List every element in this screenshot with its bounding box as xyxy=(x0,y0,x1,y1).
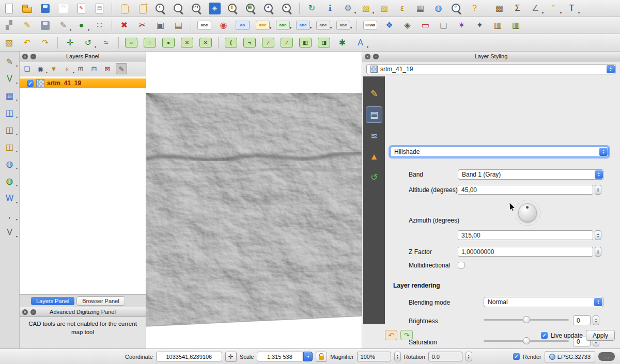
multidirectional-checkbox[interactable] xyxy=(458,262,464,268)
brightness-stepper[interactable] xyxy=(593,315,599,325)
histogram-icon[interactable]: ≋ xyxy=(366,128,382,144)
label-move-icon[interactable]: abc▾ xyxy=(276,21,290,30)
history-icon[interactable]: ↺ xyxy=(366,169,382,185)
filter-by-expression-icon[interactable]: ε▾ xyxy=(62,64,72,74)
layer-labeling-icon[interactable]: abc xyxy=(197,21,211,30)
map-tips-icon[interactable]: “▾ xyxy=(548,3,560,14)
scale-field[interactable]: 1:315 538 xyxy=(257,352,302,361)
vertex-tool-icon[interactable]: ∷ xyxy=(94,20,105,31)
layer-name[interactable]: srtm_41_19 xyxy=(47,80,81,87)
geometry-checker-icon[interactable]: ◈ xyxy=(401,20,413,31)
azimuth-stepper[interactable] xyxy=(595,230,601,240)
scale-lock-button[interactable] xyxy=(316,352,327,362)
map-canvas[interactable] xyxy=(146,52,362,349)
cut-features-icon[interactable]: ✂ xyxy=(136,20,148,31)
brightness-slider[interactable] xyxy=(484,316,569,323)
delete-ring-icon[interactable]: ✕ xyxy=(181,38,193,48)
style-undo-button[interactable]: ↶ xyxy=(385,330,397,340)
statistical-summary-icon[interactable]: Σ xyxy=(512,3,523,14)
renderer-type-combo[interactable]: Hillshade xyxy=(390,147,609,157)
zoom-in-icon[interactable]: + xyxy=(154,3,166,14)
trace-tool-icon[interactable]: ✱ xyxy=(336,37,348,49)
zoom-to-layer-icon[interactable]: ▤ xyxy=(245,3,257,14)
save-project-as-icon[interactable]: ✎ xyxy=(57,3,69,14)
add-wfs-layer-icon[interactable]: W▾ xyxy=(4,192,16,204)
tab-browser-panel[interactable]: Browser Panel xyxy=(76,296,125,306)
new-print-composer-icon[interactable]: ✎ xyxy=(75,3,87,14)
add-vector-layer-icon[interactable]: V▾ xyxy=(4,73,16,85)
save-layer-edits-icon[interactable] xyxy=(39,20,51,31)
messages-button[interactable]: … xyxy=(598,352,615,361)
select-features-icon[interactable]: ▧▾ xyxy=(360,3,372,14)
paste-features-icon[interactable]: ▤ xyxy=(173,20,184,31)
zoom-out-icon[interactable]: − xyxy=(173,3,184,14)
composer-manager-icon[interactable]: ▤ xyxy=(94,3,105,14)
rotate-feature-icon[interactable]: ↺▾ xyxy=(82,37,94,49)
whats-this-icon[interactable]: ? xyxy=(469,3,481,14)
csw-search-icon[interactable]: CSW xyxy=(363,21,377,30)
open-attribute-table-icon[interactable]: ▦ xyxy=(414,3,426,14)
label-color-icon[interactable]: ◉ xyxy=(218,20,229,31)
rotation-stepper[interactable] xyxy=(466,352,472,361)
float-panel-icon[interactable] xyxy=(373,54,379,59)
altitude-spinbox[interactable]: 45,00 xyxy=(458,185,593,195)
add-wms-layer-icon[interactable]: ◍▾ xyxy=(4,158,16,170)
extent-rectangle-icon[interactable]: ▭ xyxy=(420,20,431,31)
add-feature-icon[interactable]: ●▾ xyxy=(75,20,87,31)
zoom-to-selection-icon[interactable]: ▮ xyxy=(227,3,239,14)
add-raster-layer-icon[interactable]: ▦▾ xyxy=(4,90,16,102)
run-feature-action-icon[interactable]: ⚙▾ xyxy=(342,3,354,14)
delete-selected-icon[interactable]: ✖ xyxy=(118,20,130,31)
save-project-icon[interactable] xyxy=(39,3,51,14)
mouse-tracking-button[interactable]: ✛ xyxy=(225,352,237,362)
advanced-digitizing-menu-icon[interactable]: A▾ xyxy=(354,37,366,49)
current-edits-icon[interactable]: ▞ xyxy=(3,20,15,31)
magnifier-field[interactable]: 100% xyxy=(357,352,391,361)
web-menu-icon[interactable]: ◍ xyxy=(432,3,444,14)
deselect-features-icon[interactable]: ▨ xyxy=(378,3,390,14)
float-panel-icon[interactable] xyxy=(30,309,36,315)
collapse-all-icon[interactable]: ⊟ xyxy=(89,64,99,74)
zfactor-spinbox[interactable]: 1,00000000 xyxy=(458,247,593,257)
create-new-layer-icon[interactable]: ✎▾ xyxy=(4,56,16,68)
crs-button[interactable]: EPSG:32733 xyxy=(545,351,595,362)
open-project-icon[interactable] xyxy=(21,3,33,14)
copy-features-icon[interactable]: ▣ xyxy=(154,20,166,31)
field-calculator-icon[interactable]: ▩ xyxy=(493,3,505,14)
open-styling-dock-icon[interactable]: ❏ xyxy=(22,64,32,74)
styling-layer-selector[interactable]: srtm_41_19 xyxy=(366,64,616,74)
text-annotation-icon[interactable]: T▾ xyxy=(566,3,578,14)
layer-row[interactable]: srtm_41_19 xyxy=(20,78,146,88)
filter-legend-icon[interactable]: ▼ xyxy=(49,64,59,74)
zoom-last-icon[interactable]: ◂ xyxy=(263,3,275,14)
manage-map-themes-icon[interactable]: ◉▾ xyxy=(35,64,45,74)
transparency-icon[interactable]: ▤ xyxy=(366,106,382,123)
new-project-icon[interactable] xyxy=(3,3,15,14)
add-wcs-layer-icon[interactable]: ◍▾ xyxy=(4,175,16,187)
label-properties-icon[interactable]: abc▾ xyxy=(336,21,350,30)
zoom-next-icon[interactable]: ▸ xyxy=(281,3,293,14)
edits-menu-icon[interactable]: ✎▾ xyxy=(57,20,69,31)
rotation-field[interactable]: 0.0 xyxy=(428,352,462,361)
move-feature-icon[interactable]: ✛ xyxy=(64,37,76,49)
slider-thumb[interactable] xyxy=(523,316,530,323)
style-manager-icon[interactable]: ✶ xyxy=(456,20,468,31)
identify-features-icon[interactable]: ℹ xyxy=(324,3,336,14)
raster-toolbar-2-icon[interactable]: ▥ xyxy=(510,20,522,31)
brightness-spinbox[interactable]: 0 xyxy=(573,315,591,325)
label-rotate-icon[interactable]: abc▾ xyxy=(296,21,310,30)
remove-layer-icon[interactable]: ⊠ xyxy=(102,64,113,74)
symbology-icon[interactable]: ✎ xyxy=(366,86,382,101)
scale-dropdown-button[interactable] xyxy=(303,352,313,361)
zfactor-stepper[interactable] xyxy=(595,247,601,257)
snapping-options-icon[interactable]: ▧ xyxy=(3,37,15,49)
zoom-native-icon[interactable]: 1:1 xyxy=(191,3,203,14)
add-part-icon[interactable]: ◌ xyxy=(144,38,156,48)
delete-part-icon[interactable]: ✕ xyxy=(199,38,212,48)
processing-toolbox-icon[interactable]: ❖ xyxy=(383,20,395,31)
add-ring-icon[interactable]: ○ xyxy=(125,38,137,48)
raster-toolbar-1-icon[interactable]: ▥ xyxy=(492,20,504,31)
altitude-stepper[interactable] xyxy=(595,185,601,195)
split-features-icon[interactable]: ∕ xyxy=(262,38,274,48)
reshape-features-icon[interactable]: ¬ xyxy=(243,38,256,48)
